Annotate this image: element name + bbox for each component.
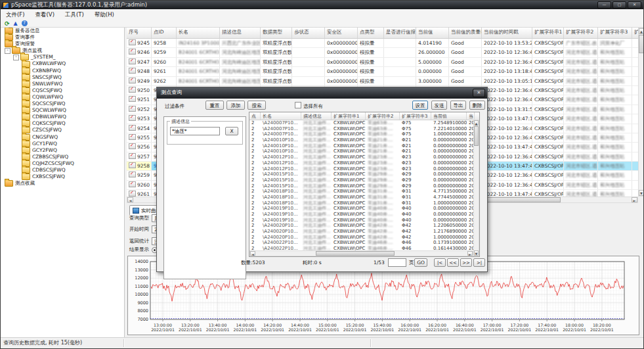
menu-item-2[interactable]: 工具(T) (60, 9, 89, 20)
delete-button[interactable]: 删除 (469, 101, 485, 110)
column-header-1[interactable]: 点ID (152, 28, 177, 38)
tree-item-测点监视[interactable]: -测点监视 (1, 47, 124, 54)
search-button[interactable]: 搜索 (247, 101, 266, 110)
reset-button[interactable]: 重置 (205, 101, 224, 110)
dialog-column-header-4[interactable]: 扩展字符串2 (366, 112, 400, 120)
filter-clear-button[interactable]: X (225, 127, 238, 135)
chart-icon[interactable]: ▲ (14, 20, 18, 27)
go-button[interactable]: GO (414, 258, 427, 267)
dialog-table-row[interactable]: 2\A240018P10...河北工油作...CXBWLW\OPC采油31井..… (249, 200, 479, 206)
tree-item-SQCWLWFWQ[interactable]: SQCWLWFWQ (1, 107, 124, 114)
dialog-table-row[interactable]: 2\A240012P10...河北工油作...CXBWLW\OPC采油23井..… (249, 154, 479, 160)
column-header-7[interactable]: 点类型 (358, 28, 384, 38)
table-vscrollbar[interactable]: ▲ ▼ (638, 28, 644, 197)
tree-item-CQWLWFWQ[interactable]: CQWLWFWQ (1, 94, 124, 101)
scroll-down-icon[interactable]: ▼ (639, 190, 644, 196)
dialog-column-header-6[interactable]: 当前值 (431, 112, 467, 120)
dialog-table-row[interactable]: 2\A240018P10...河北工油作...CXBWLW\OPC采油31井..… (249, 189, 479, 195)
column-header-11[interactable]: 当前值的时间戳 (482, 28, 532, 38)
next-page-button[interactable]: >> (460, 258, 472, 267)
dialog-table-row[interactable]: 2\A240020P10...河北工油作...CXBWLW\OPC采油42井..… (249, 223, 479, 229)
export-button[interactable]: 导出 (450, 101, 466, 110)
tree-item-CQSCSJFWQ[interactable]: CQSCSJFWQ (1, 87, 124, 94)
dialog-table-row[interactable]: 2\A240007P10...河北工油作...CXBWLW\OPC采油63井..… (249, 126, 479, 132)
tree-item-CXBWLWFWQ[interactable]: CXBWLWFWQ (1, 60, 124, 67)
dialog-table-row[interactable]: 2\A240010P10...河北工油作...CXBWLW\OPC采油21井..… (249, 143, 479, 149)
tree-item-CNGSFWQ[interactable]: CNGSFWQ (1, 134, 124, 141)
dialog-hscrollbar[interactable]: ◄ ► (249, 250, 473, 256)
add-button[interactable]: 添加 (226, 101, 245, 110)
dialog-close-icon[interactable]: ✕ (473, 89, 485, 97)
select-all-checkbox[interactable]: 选择所有 (295, 102, 323, 110)
dialog-title-bar[interactable]: 测点查询 ✕ (157, 87, 487, 99)
maximize-button[interactable]: ▢ (612, 1, 626, 9)
dialog-table-row[interactable]: 2\A240010P10...河北工油作...CXBWLW\OPC采油21井..… (249, 149, 479, 154)
dialog-vscrollbar[interactable]: ▲ ▼ (473, 120, 479, 256)
tree-item-GCY1FWQ[interactable]: GCY1FWQ (1, 141, 124, 147)
dialog-column-header-0[interactable]: 点 (249, 112, 261, 120)
tree-item-SNSCSJFWQ[interactable]: SNSCSJFWQ (1, 74, 124, 81)
table-row[interactable]: 92459258IN24160 3P10000...川西北广东作业区域净...双… (127, 39, 639, 48)
dialog-table-row[interactable]: 2\A240019P10...河北工油作...CXBWLW\OPC采油40井..… (249, 218, 479, 223)
filter-input[interactable] (170, 127, 220, 135)
dialog-column-header-3[interactable]: 扩展字符串1 (332, 112, 366, 120)
page-input[interactable] (388, 258, 406, 267)
menu-item-1[interactable]: 查看(V) (30, 9, 60, 20)
table-row[interactable]: 92469259B24001 6CRTHO...河北向峰油区增压站压...双精度… (127, 48, 639, 57)
first-page-button[interactable]: |< (434, 258, 446, 267)
tree-item-_SYSTEM_[interactable]: -_SYSTEM_ (1, 54, 124, 60)
settings-button[interactable]: 设置 (412, 101, 428, 110)
tree-item-服务器信息[interactable]: 服务器信息 (1, 28, 124, 34)
scroll-up-icon[interactable]: ▲ (639, 28, 644, 34)
tree-item-CQKSCSJFWQ[interactable]: CQKSCSJFWQ (1, 120, 124, 127)
column-header-14[interactable]: 扩展字符串3 (598, 28, 632, 38)
menu-item-3[interactable]: 帮助(H) (89, 9, 119, 20)
dialog-table-row[interactable]: 2\A240020P10...河北工油作...CXBWLW\OPC采油42井..… (249, 229, 479, 235)
dialog-table-row[interactable]: 2\A240010P10...河北工油作...CXBWLW\OPC采油21井..… (249, 137, 479, 143)
minimize-button[interactable]: — (597, 1, 611, 9)
dialog-table-row[interactable]: 2\A240012P10...河北工油作...CXBWLW\OPC采油23井..… (249, 160, 479, 166)
refresh-icon[interactable]: ⟳ (5, 20, 10, 27)
dialog-table-row[interactable]: 2\A240015P10...河北工油作...CXBWLW\OPC采油29井..… (249, 177, 479, 183)
close-button[interactable]: ✕ (628, 1, 641, 9)
column-header-4[interactable]: 数据类型 (261, 28, 292, 38)
send-button[interactable]: 发送 (431, 101, 447, 110)
scroll-left-icon[interactable]: ◄ (127, 197, 133, 202)
expander-icon[interactable]: - (13, 55, 19, 60)
dialog-table-row[interactable]: 2\A240007P10...河北工油作...CXBWLW\OPC采油63井..… (249, 131, 479, 137)
dialog-table-row[interactable]: 2\A240019P10...河北工油作...CXBWLW\OPC采油40井..… (249, 212, 479, 218)
tree-item-SNWLWFWQ[interactable]: SNWLWFWQ (1, 81, 124, 87)
tree-item-CQJHZCSCSJFWQ[interactable]: CQJHZCSCSJFWQ (1, 160, 124, 167)
tree-item-CZSCSJFWQ[interactable]: CZSCSJFWQ (1, 127, 124, 133)
tree-item-查询报警[interactable]: 查询报警 (1, 41, 124, 47)
column-header-0[interactable]: 序号 (127, 28, 152, 38)
tree-item-查询事件[interactable]: 查询事件 (1, 34, 124, 41)
dialog-table-row[interactable]: 2\A240020P10...河北工油作...CXBWLW\OPC采油42井..… (249, 235, 479, 241)
column-header-9[interactable]: 当前值 (416, 28, 449, 38)
tree-item-CZBBSCSJFWQ[interactable]: CZBBSCSJFWQ (1, 154, 124, 160)
dialog-table-row[interactable]: 2\A240012P10...河北工油作...CXBWLW\OPC采油23井..… (249, 166, 479, 172)
dialog-table-row[interactable]: 2\A240015P10...河北工油作...CXBWLW\OPC采油29井..… (249, 172, 479, 177)
tree-item-SQCSCSJFWQ[interactable]: SQCSCSJFWQ (1, 101, 124, 107)
menu-item-0[interactable]: 文件(F) (1, 9, 30, 20)
dialog-table-row[interactable]: 2\A240015P10...河北工油作...CXBWLW\OPC采油29井..… (249, 183, 479, 189)
dialog-column-header-2[interactable]: 描述信息 (301, 112, 332, 120)
help-icon[interactable]: ? (22, 20, 28, 26)
expander-icon[interactable]: - (5, 48, 11, 54)
checkbox-icon[interactable] (295, 102, 301, 108)
dialog-table-row[interactable]: 2\A240007P10...河北工油作...CXBWLW\OPC采油63井..… (249, 120, 479, 126)
prev-page-button[interactable]: << (447, 258, 459, 267)
tree-item-CXBSCSJFWQ[interactable]: CXBSCSJFWQ (1, 174, 124, 180)
column-header-5[interactable]: 步状态 (292, 28, 325, 38)
column-header-2[interactable]: 长名 (177, 28, 220, 38)
tree-item-GCY2FWQ[interactable]: GCY2FWQ (1, 147, 124, 154)
column-header-13[interactable]: 扩展字符串2 (564, 28, 598, 38)
dialog-table-row[interactable]: 2\A240018P10...河北工油作...CXBWLW\OPC采油31井..… (249, 195, 479, 200)
column-header-6[interactable]: 安全区 (325, 28, 358, 38)
table-row[interactable]: 92479260B24001 6CRTHO...河北向峰油区增压站压...双精度… (127, 58, 639, 67)
table-row[interactable]: 92499262B24001 6CRTHO...河北向峰油区增压站压...双精度… (127, 77, 639, 86)
column-header-3[interactable]: 描述信息 (220, 28, 261, 38)
column-header-8[interactable]: 是否进行值报警 (384, 28, 416, 38)
dialog-column-header-1[interactable]: 长名 (261, 112, 301, 120)
tree-item-CXBNBFWQ[interactable]: CXBNBFWQ (1, 68, 124, 74)
